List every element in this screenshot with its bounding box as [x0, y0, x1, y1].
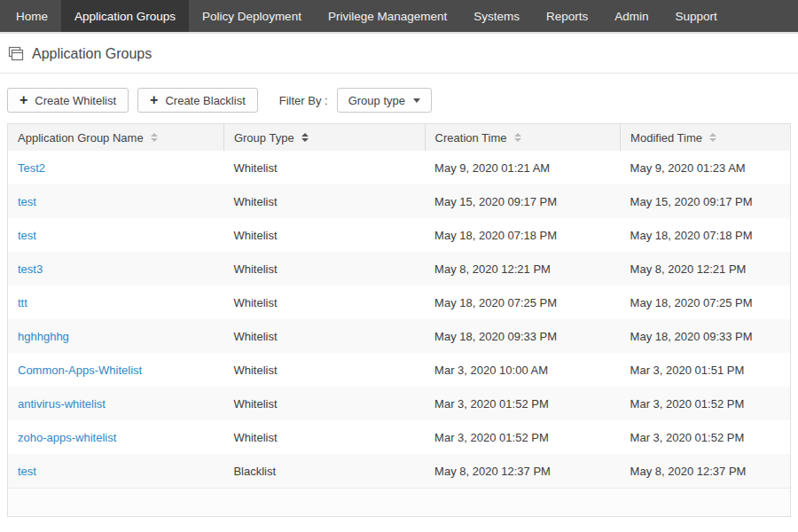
column-header-created[interactable]: Creation Time [425, 124, 621, 151]
cell-modified-time: Mar 3, 2020 01:52 PM [621, 420, 790, 454]
table-row: antivirus-whitelist Whitelist Mar 3, 202… [8, 387, 790, 420]
cell-modified-time: May 8, 2020 12:37 PM [621, 454, 790, 488]
sort-up-arrow [151, 133, 158, 137]
application-groups-table: Application Group Name Group Type Creati… [7, 123, 791, 517]
create-whitelist-button[interactable]: + Create Whitelist [7, 88, 129, 113]
nav-item-privilege-management[interactable]: Privilege Management [315, 0, 460, 32]
group-name-link[interactable]: test [18, 195, 36, 208]
nav-item-reports[interactable]: Reports [533, 0, 601, 32]
toolbar: + Create Whitelist + Create Blacklist Fi… [7, 88, 791, 113]
table-row: Common-Apps-Whitelist Whitelist Mar 3, 2… [8, 353, 790, 387]
cell-creation-time: Mar 3, 2020 01:52 PM [425, 420, 621, 454]
nav-item-admin[interactable]: Admin [601, 0, 661, 32]
cell-creation-time: Mar 3, 2020 10:00 AM [425, 353, 621, 387]
page-title: Application Groups [32, 46, 152, 62]
sort-icon[interactable] [514, 133, 521, 142]
table-row: test Blacklist May 8, 2020 12:37 PM May … [8, 454, 790, 488]
column-header-name[interactable]: Application Group Name [8, 124, 223, 151]
cell-group-name: test [8, 454, 223, 488]
table-row: ttt Whitelist May 18, 2020 07:25 PM May … [8, 286, 790, 319]
cell-group-type: Blacklist [223, 454, 425, 488]
group-name-link[interactable]: ttt [18, 296, 27, 309]
table-row: test Whitelist May 18, 2020 07:18 PM May… [8, 218, 790, 252]
cell-creation-time: May 15, 2020 09:17 PM [425, 184, 621, 218]
cell-modified-time: May 15, 2020 09:17 PM [621, 184, 790, 218]
column-header-created-label: Creation Time [435, 131, 507, 145]
group-name-link[interactable]: hghhghhg [18, 330, 69, 343]
nav-item-systems[interactable]: Systems [460, 0, 533, 32]
column-header-modified[interactable]: Modified Time [621, 124, 790, 151]
group-name-link[interactable]: antivirus-whitelist [18, 397, 106, 411]
sort-down-arrow [301, 138, 309, 142]
cell-modified-time: Mar 3, 2020 01:52 PM [621, 387, 790, 420]
cell-modified-time: May 18, 2020 09:33 PM [621, 319, 790, 353]
cell-group-type: Whitelist [223, 387, 425, 420]
sort-icon[interactable] [151, 133, 158, 142]
create-whitelist-label: Create Whitelist [35, 94, 116, 107]
cell-modified-time: Mar 3, 2020 01:51 PM [621, 353, 790, 387]
create-blacklist-label: Create Blacklist [165, 94, 245, 107]
table-row: hghhghhg Whitelist May 18, 2020 09:33 PM… [8, 319, 790, 353]
cell-group-type: Whitelist [223, 353, 425, 387]
group-name-link[interactable]: test [18, 229, 36, 242]
cell-group-name: test3 [8, 252, 223, 286]
sort-down-arrow [151, 138, 158, 142]
cell-group-name: Test2 [8, 151, 223, 184]
group-type-filter-dropdown[interactable]: Group type [337, 88, 432, 113]
sort-down-arrow [709, 138, 716, 142]
group-name-link[interactable]: Common-Apps-Whitelist [18, 364, 142, 377]
sort-up-arrow [514, 133, 521, 137]
cell-creation-time: May 18, 2020 07:18 PM [425, 218, 621, 252]
sort-icon-active[interactable] [301, 133, 309, 142]
cell-creation-time: May 18, 2020 09:33 PM [425, 319, 621, 353]
cell-group-name: antivirus-whitelist [8, 387, 223, 420]
column-header-name-label: Application Group Name [18, 131, 144, 145]
nav-item-home[interactable]: Home [0, 0, 61, 32]
cell-group-type: Whitelist [223, 151, 425, 184]
page-title-bar: Application Groups [0, 34, 798, 74]
nav-item-application-groups[interactable]: Application Groups [61, 0, 189, 32]
table-row: Test2 Whitelist May 9, 2020 01:21 AM May… [8, 151, 790, 184]
cell-group-name: hghhghhg [8, 319, 223, 353]
cell-modified-time: May 18, 2020 07:25 PM [621, 286, 790, 319]
cell-group-type: Whitelist [223, 286, 425, 319]
table-empty-footer [8, 488, 790, 516]
cell-creation-time: May 18, 2020 07:25 PM [425, 286, 621, 319]
cell-modified-time: May 18, 2020 07:18 PM [621, 218, 790, 252]
cell-group-name: ttt [8, 286, 223, 319]
cell-group-name: zoho-apps-whitelist [8, 420, 223, 454]
cell-creation-time: May 8, 2020 12:21 PM [425, 252, 621, 286]
nav-item-policy-deployment[interactable]: Policy Deployment [189, 0, 315, 32]
cell-group-type: Whitelist [223, 252, 425, 286]
group-name-link[interactable]: Test2 [18, 161, 45, 175]
cell-group-type: Whitelist [223, 184, 425, 218]
cell-creation-time: May 9, 2020 01:21 AM [425, 151, 621, 184]
cell-group-type: Whitelist [223, 420, 425, 454]
sort-icon[interactable] [709, 133, 716, 142]
table-header-row: Application Group Name Group Type Creati… [8, 124, 790, 151]
group-name-link[interactable]: test3 [18, 262, 43, 276]
cell-group-name: test [8, 218, 223, 252]
filter-by-label: Filter By : [279, 94, 328, 107]
group-name-link[interactable]: test [18, 465, 36, 478]
plus-icon: + [150, 93, 158, 107]
pages-icon [7, 46, 24, 62]
plus-icon: + [20, 93, 27, 107]
cell-creation-time: Mar 3, 2020 01:52 PM [425, 387, 621, 420]
column-header-type-label: Group Type [234, 131, 294, 145]
chevron-down-icon [413, 98, 420, 103]
group-name-link[interactable]: zoho-apps-whitelist [18, 431, 116, 444]
cell-group-type: Whitelist [223, 319, 425, 353]
cell-group-name: test [8, 184, 223, 218]
column-header-type[interactable]: Group Type [223, 124, 425, 151]
table-row: zoho-apps-whitelist Whitelist Mar 3, 202… [8, 420, 790, 454]
create-blacklist-button[interactable]: + Create Blacklist [137, 88, 258, 113]
top-navigation: Home Application Groups Policy Deploymen… [0, 0, 798, 34]
table-row: test Whitelist May 15, 2020 09:17 PM May… [8, 184, 790, 218]
cell-group-type: Whitelist [223, 218, 425, 252]
filter-selected-value: Group type [348, 94, 405, 107]
cell-modified-time: May 9, 2020 01:23 AM [621, 151, 790, 184]
column-header-modified-label: Modified Time [630, 131, 702, 145]
nav-item-support[interactable]: Support [662, 0, 731, 32]
sort-up-arrow [301, 133, 309, 137]
